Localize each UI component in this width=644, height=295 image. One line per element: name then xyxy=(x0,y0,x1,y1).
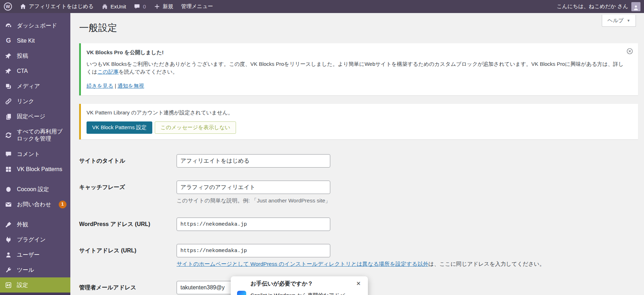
site-address-description-after: は、ここに同じアドレスを入力してください。 xyxy=(428,261,545,267)
plugins-icon xyxy=(5,236,12,244)
sidebar-item-reusable-blocks[interactable]: すべての再利用ブロックを管理 xyxy=(0,124,70,146)
site-address-input[interactable] xyxy=(177,244,330,257)
comments-icon xyxy=(5,150,12,158)
dashboard-icon xyxy=(5,22,12,30)
account-menu[interactable]: こんにちは、ねこめだか さん xyxy=(557,2,644,11)
comments-count: 0 xyxy=(143,4,146,10)
vk-block-patterns-settings-button[interactable]: VK Block Patterns 設定 xyxy=(87,121,152,134)
block-patterns-icon xyxy=(5,165,12,173)
main-content: ヘルプ ▼ 一般設定 VK Blocks Pro を公開しました! いつもVK … xyxy=(70,13,644,295)
site-title-label: サイトのタイトル xyxy=(79,154,177,168)
sidebar-item-label: コメント xyxy=(17,151,40,158)
help-label: ヘルプ xyxy=(607,17,624,24)
close-icon[interactable]: ✕ xyxy=(355,280,362,287)
sidebar-item-label: ユーザー xyxy=(17,251,40,258)
page-title: 一般設定 xyxy=(79,21,644,34)
sidebar-item-label: すべての再利用ブロックを管理 xyxy=(17,128,68,142)
notice-vk-blocks-pro: VK Blocks Pro を公開しました! いつもVK Blocksをご利用い… xyxy=(79,43,638,95)
sidebar-bottom-strip xyxy=(0,293,70,295)
site-address-label: サイトアドレス (URL) xyxy=(79,244,177,268)
notice-vk-pattern-library: VK Pattern Library のアカウント連携が設定されていません。 V… xyxy=(79,104,638,139)
form-row-tagline: キャッチフレーズ このサイトの簡単な説明。例: 「Just another Wo… xyxy=(79,181,644,205)
tools-icon xyxy=(5,266,12,274)
sidebar-item-label: ツール xyxy=(17,266,34,274)
media-icon xyxy=(5,82,12,90)
sidebar-item-cocoon-settings[interactable]: Cocoon 設定 xyxy=(0,182,70,197)
notice-dismiss-icon[interactable] xyxy=(626,48,633,55)
admin-sidebar: ダッシュボード G Site Kit 投稿 CTA メディア リンク 固定ページ… xyxy=(0,13,70,295)
sidebar-item-label: メディア xyxy=(17,83,40,90)
sidebar-item-label: 外観 xyxy=(17,221,28,228)
home-icon xyxy=(20,3,26,10)
sidebar-item-links[interactable]: リンク xyxy=(0,94,70,109)
notice-buttons: VK Block Patterns 設定 このメッセージを表示しない xyxy=(87,121,624,134)
site-title-input[interactable] xyxy=(177,154,330,168)
pin-icon xyxy=(5,52,12,60)
sidebar-item-label: リンク xyxy=(17,98,34,105)
admin-top-bar: W アフィリエイトをはじめる ExUnit 0 新規 管理メニュー こんにちは、… xyxy=(0,0,644,13)
site-name-menu[interactable]: アフィリエイトをはじめる xyxy=(16,0,97,13)
wordpress-address-input[interactable] xyxy=(177,218,330,231)
ignore-notice-link[interactable]: 通知を無視 xyxy=(117,83,144,89)
comment-bubble-icon xyxy=(134,3,140,10)
sidebar-item-comments[interactable]: コメント xyxy=(0,146,70,162)
sidebar-item-cta[interactable]: CTA xyxy=(0,63,70,79)
link-icon xyxy=(5,98,12,105)
wordpress-logo-menu[interactable]: W xyxy=(0,0,16,13)
site-address-help-link[interactable]: サイトのホームページとして WordPress のインストールディレクトリとは異… xyxy=(177,261,428,267)
notice-title: VK Blocks Pro を公開しました! xyxy=(87,49,624,56)
plus-icon xyxy=(154,3,160,10)
sidebar-item-users[interactable]: ユーザー xyxy=(0,247,70,262)
new-content-menu[interactable]: 新規 xyxy=(150,0,177,13)
settings-icon xyxy=(5,281,12,289)
sidebar-item-vk-block-patterns[interactable]: VK Block Patterns xyxy=(0,162,70,177)
notice-body: VK Pattern Library のアカウント連携が設定されていません。 xyxy=(87,109,624,117)
comments-menu[interactable]: 0 xyxy=(130,0,149,13)
contact-notification-badge: 1 xyxy=(59,201,66,208)
wordpress-logo-icon: W xyxy=(4,2,12,11)
sidebar-item-appearance[interactable]: 外観 xyxy=(0,217,70,232)
exunit-label: ExUnit xyxy=(110,4,126,10)
admin-menu-item[interactable]: 管理メニュー xyxy=(177,0,217,13)
sidebar-item-label: 設定 xyxy=(17,282,28,289)
avatar xyxy=(631,2,640,11)
pin-icon xyxy=(5,67,12,75)
notice-article-link[interactable]: この記事 xyxy=(97,69,119,75)
reusable-blocks-icon xyxy=(5,131,12,139)
sidebar-item-settings[interactable]: 設定 xyxy=(0,277,70,293)
copilot-popup-text: Copilot in Windows から専門的なアドバ xyxy=(250,291,345,295)
copilot-popup-header: お手伝いが必要ですか？ ✕ xyxy=(237,280,362,288)
notice-body-after: を読んでみてください。 xyxy=(119,69,178,75)
form-row-site-title: サイトのタイトル xyxy=(79,154,644,168)
greeting-label: こんにちは、ねこめだか さん xyxy=(557,3,628,10)
appearance-icon xyxy=(5,221,12,228)
sidebar-item-label: 投稿 xyxy=(17,52,28,59)
copilot-popup-body: Copilot in Windows から専門的なアドバ xyxy=(237,291,362,295)
sidebar-item-media[interactable]: メディア xyxy=(0,79,70,94)
sidebar-item-site-kit[interactable]: G Site Kit xyxy=(0,33,70,48)
sidebar-item-label: VK Block Patterns xyxy=(17,166,62,173)
tagline-input[interactable] xyxy=(177,181,330,194)
sidebar-item-label: Cocoon 設定 xyxy=(17,186,49,193)
notice-links: 続きを見る | 通知を無視 xyxy=(87,82,624,90)
users-icon xyxy=(5,251,12,259)
form-row-wordpress-address: WordPress アドレス (URL) xyxy=(79,218,644,231)
copilot-popup-title: お手伝いが必要ですか？ xyxy=(250,280,313,288)
help-tab-button[interactable]: ヘルプ ▼ xyxy=(602,15,636,27)
exunit-menu[interactable]: ExUnit xyxy=(97,0,130,13)
admin-email-label: 管理者メールアドレス xyxy=(79,281,177,295)
hide-message-button[interactable]: このメッセージを表示しない xyxy=(155,121,236,134)
sidebar-item-label: CTA xyxy=(17,68,28,75)
sidebar-item-tools[interactable]: ツール xyxy=(0,262,70,277)
sidebar-item-dashboard[interactable]: ダッシュボード xyxy=(0,18,70,33)
sidebar-item-plugins[interactable]: プラグイン xyxy=(0,232,70,247)
copilot-popup: お手伝いが必要ですか？ ✕ Copilot in Windows から専門的なア… xyxy=(231,276,368,295)
tagline-label: キャッチフレーズ xyxy=(79,181,177,205)
admin-menu-label: 管理メニュー xyxy=(181,3,213,10)
tagline-description: このサイトの簡単な説明。例: 「Just another WordPress s… xyxy=(177,197,331,205)
sidebar-item-posts[interactable]: 投稿 xyxy=(0,48,70,63)
user-avatar-icon xyxy=(632,4,639,11)
read-more-link[interactable]: 続きを見る xyxy=(87,83,113,89)
sidebar-item-contact[interactable]: お問い合わせ 1 xyxy=(0,197,70,212)
sidebar-item-pages[interactable]: 固定ページ xyxy=(0,109,70,124)
